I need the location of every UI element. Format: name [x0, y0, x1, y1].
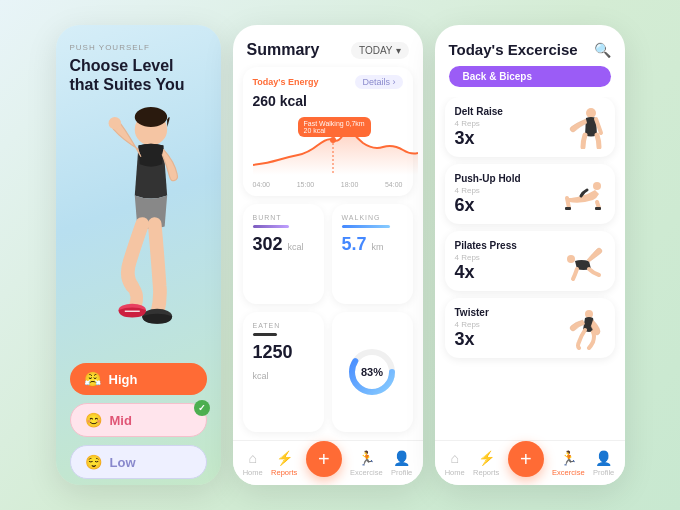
details-link[interactable]: Details › — [355, 75, 402, 89]
summary-title: Summary — [247, 41, 320, 59]
chart-svg-wrap: Fast Walking 0,7km 20 kcal — [253, 115, 403, 179]
ex-reps-3: 4 Reps — [455, 253, 555, 262]
reports-icon: ⚡ — [276, 450, 293, 466]
summary-nav: ⌂ Home ⚡ Reports + 🏃 Excercise 👤 Profile — [233, 440, 423, 485]
exercise-panel: Today's Excercise 🔍 Back & Biceps Delt R… — [435, 25, 625, 485]
x-label-2: 15:00 — [297, 181, 315, 188]
ex-name-2: Push-Up Hold — [455, 173, 555, 184]
nav-fab[interactable]: + — [306, 441, 342, 477]
walking-card: WALKING 5.7 km — [332, 204, 413, 304]
ex-exercise-label: Excercise — [552, 468, 585, 477]
walking-bar — [342, 225, 391, 228]
home-icon: ⌂ — [248, 450, 256, 466]
walking-label: WALKING — [342, 214, 403, 221]
profile-icon: 👤 — [393, 450, 410, 466]
ex-nav-profile[interactable]: 👤 Profile — [593, 450, 614, 477]
exercise-header: Today's Excercise 🔍 — [435, 25, 625, 66]
eaten-bar — [253, 333, 277, 336]
exercise-icon: 🏃 — [358, 450, 375, 466]
mid-icon: 😊 — [85, 412, 102, 428]
low-label: Low — [110, 455, 136, 470]
eaten-card: EATEN 1250 kcal — [243, 312, 324, 433]
search-icon[interactable]: 🔍 — [594, 42, 611, 58]
exercise-nav: ⌂ Home ⚡ Reports + 🏃 Excercise 👤 Profile — [435, 440, 625, 485]
low-level-btn[interactable]: 😌 Low — [70, 445, 207, 479]
exercise-info-4: Twister 4 Reps 3x — [455, 307, 555, 350]
ex-nav-fab[interactable]: + — [508, 441, 544, 477]
nav-home[interactable]: ⌂ Home — [243, 450, 263, 477]
low-icon: 😌 — [85, 454, 102, 470]
ex-name-1: Delt Raise — [455, 106, 555, 117]
chart-label-row: Today's Energy Details › — [253, 75, 403, 89]
ex-nav-home[interactable]: ⌂ Home — [445, 450, 465, 477]
pushup-figure — [561, 172, 605, 216]
profile-label: Profile — [391, 468, 412, 477]
today-badge[interactable]: TODAY ▾ — [351, 42, 409, 59]
high-level-btn[interactable]: 😤 High — [70, 363, 207, 395]
ex-profile-label: Profile — [593, 468, 614, 477]
ex-reps-1: 4 Reps — [455, 119, 555, 128]
details-text: Details — [362, 77, 390, 87]
ex-nav-reports[interactable]: ⚡ Reports — [473, 450, 499, 477]
ex-img-4 — [561, 306, 605, 350]
delt-raise-figure — [561, 105, 605, 149]
x-label-4: 54:00 — [385, 181, 403, 188]
athlete-area — [70, 102, 207, 351]
exercise-label: Excercise — [350, 468, 383, 477]
exercise-list: Delt Raise 4 Reps 3x Push-Up Hold 4 Reps — [435, 97, 625, 440]
athlete-figure — [70, 102, 207, 351]
svg-point-11 — [593, 182, 601, 190]
donut-chart: 83% — [346, 346, 398, 398]
exercise-info-3: Pilates Press 4 Reps 4x — [455, 240, 555, 283]
exercise-title: Today's Excercise — [449, 41, 578, 58]
exercise-card-4[interactable]: Twister 4 Reps 3x — [445, 298, 615, 358]
nav-profile[interactable]: 👤 Profile — [391, 450, 412, 477]
ex-img-1 — [561, 105, 605, 149]
push-label: PUSH YOURSELF — [70, 43, 207, 52]
high-label: High — [109, 372, 138, 387]
eaten-label: EATEN — [253, 322, 314, 329]
burnt-bar — [253, 225, 290, 228]
high-icon: 😤 — [84, 371, 101, 387]
exercise-card-3[interactable]: Pilates Press 4 Reps 4x — [445, 231, 615, 291]
donut-percent: 83% — [361, 366, 383, 378]
level-panel: PUSH YOURSELF Choose Level that Suites Y… — [56, 25, 221, 485]
svg-rect-12 — [565, 207, 571, 210]
category-pill[interactable]: Back & Biceps — [449, 66, 611, 87]
burnt-label: BURNT — [253, 214, 314, 221]
summary-panel: Summary TODAY ▾ Today's Energy Details ›… — [233, 25, 423, 485]
ex-reports-icon: ⚡ — [478, 450, 495, 466]
energy-label: Today's Energy — [253, 77, 319, 87]
x-label-3: 18:00 — [341, 181, 359, 188]
ex-reps-4: 4 Reps — [455, 320, 555, 329]
ex-img-3 — [561, 239, 605, 283]
exercise-card-2[interactable]: Push-Up Hold 4 Reps 6x — [445, 164, 615, 224]
exercise-info-1: Delt Raise 4 Reps 3x — [455, 106, 555, 149]
home-label: Home — [243, 468, 263, 477]
chevron-down-icon: ▾ — [396, 45, 401, 56]
exercise-card-1[interactable]: Delt Raise 4 Reps 3x — [445, 97, 615, 157]
choose-title: Choose Level that Suites You — [70, 56, 207, 94]
nav-reports[interactable]: ⚡ Reports — [271, 450, 297, 477]
ex-exercise-icon: 🏃 — [560, 450, 577, 466]
burnt-value: 302 kcal — [253, 234, 314, 255]
today-label: TODAY — [359, 45, 393, 56]
ex-nav-exercise[interactable]: 🏃 Excercise — [552, 450, 585, 477]
tooltip-sub: 20 kcal — [304, 127, 365, 134]
ex-img-2 — [561, 172, 605, 216]
progress-card: 83% — [332, 312, 413, 433]
svg-point-15 — [585, 310, 593, 318]
ex-name-3: Pilates Press — [455, 240, 555, 251]
svg-point-10 — [586, 108, 596, 118]
ex-reps-2: 4 Reps — [455, 186, 555, 195]
ex-count-1: 3x — [455, 128, 555, 149]
nav-exercise[interactable]: 🏃 Excercise — [350, 450, 383, 477]
pilates-figure — [561, 239, 605, 283]
mid-level-btn[interactable]: 😊 Mid ✓ — [70, 403, 207, 437]
walking-value: 5.7 km — [342, 234, 403, 255]
chart-tooltip: Fast Walking 0,7km 20 kcal — [298, 117, 371, 137]
ex-count-2: 6x — [455, 195, 555, 216]
burnt-card: BURNT 302 kcal — [243, 204, 324, 304]
ex-name-4: Twister — [455, 307, 555, 318]
summary-header: Summary TODAY ▾ — [233, 25, 423, 67]
